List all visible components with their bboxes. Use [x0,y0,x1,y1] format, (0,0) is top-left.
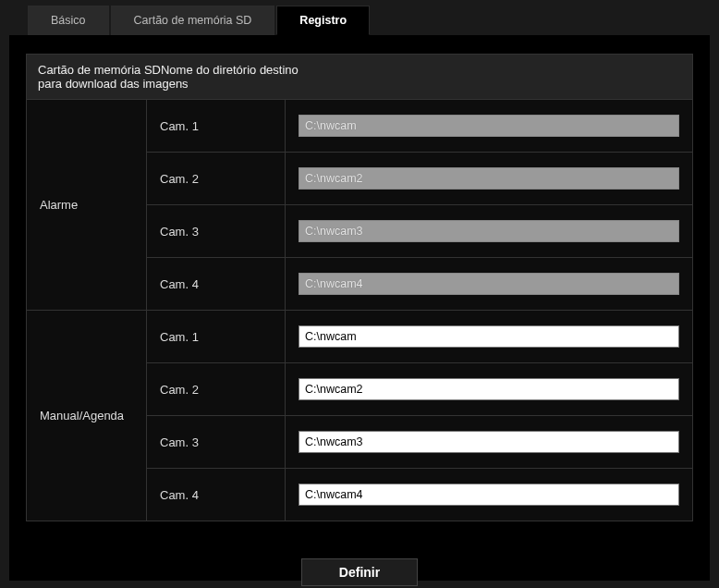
define-button[interactable]: Definir [301,558,418,586]
table-row: Alarme Cam. 1 [27,100,693,153]
table-row: Manual/Agenda Cam. 1 [27,311,693,363]
cam-label: Cam. 2 [147,363,286,416]
cam-label: Cam. 3 [147,416,286,469]
cam-label: Cam. 3 [147,205,286,258]
paths-table: Alarme Cam. 1 Cam. 2 Cam. 3 Cam. 4 Manua… [26,99,693,521]
path-input-alarme-cam2[interactable] [299,167,679,190]
group-label-alarme: Alarme [27,100,147,311]
cam-label: Cam. 1 [147,311,286,363]
path-input-manual-cam3[interactable] [299,431,679,453]
group-label-manual: Manual/Agenda [27,311,147,521]
path-input-manual-cam1[interactable] [299,325,679,348]
cam-label: Cam. 1 [147,100,286,153]
tab-panel-registro: Cartão de memória SDNome do diretório de… [9,35,710,581]
path-input-alarme-cam1[interactable] [299,115,679,137]
cam-label: Cam. 4 [147,258,286,311]
tab-bar: Básico Cartão de memória SD Registro [0,0,719,35]
tab-sdcard[interactable]: Cartão de memória SD [111,6,275,35]
section-header: Cartão de memória SDNome do diretório de… [26,54,693,99]
path-input-manual-cam4[interactable] [299,484,679,506]
path-input-alarme-cam4[interactable] [299,273,679,295]
path-input-manual-cam2[interactable] [299,378,679,400]
path-input-alarme-cam3[interactable] [299,220,679,242]
tab-registro[interactable]: Registro [276,6,370,35]
cam-label: Cam. 4 [147,469,286,521]
tab-basico[interactable]: Básico [28,6,109,35]
cam-label: Cam. 2 [147,153,286,205]
